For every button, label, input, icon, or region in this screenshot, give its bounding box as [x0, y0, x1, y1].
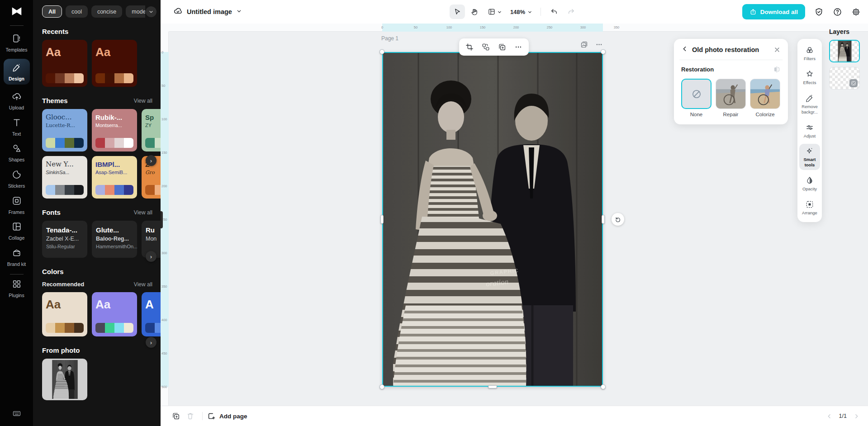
from-photo-card[interactable] — [42, 359, 87, 400]
fonts-next-button[interactable]: › — [146, 251, 157, 262]
delete-page-button[interactable] — [183, 409, 198, 423]
colors-next-button[interactable]: › — [146, 337, 157, 348]
close-icon[interactable] — [773, 46, 781, 53]
chip-modern[interactable]: modern — [126, 5, 145, 18]
theme-card[interactable]: Sp ZY — [142, 109, 161, 151]
color-palette-card[interactable]: Aa — [92, 292, 137, 336]
resize-handle-top-left[interactable] — [379, 49, 384, 54]
sidebar-item-stickers[interactable]: Stickers — [2, 170, 31, 189]
from-photo-heading: From photo — [42, 346, 80, 354]
recent-palette-card[interactable]: Aa — [42, 40, 87, 87]
sidebar-item-text[interactable]: Text — [2, 118, 31, 137]
sidebar-item-plugins[interactable]: Plugins — [2, 279, 31, 298]
horizontal-ruler: 0 50 100 150 200 250 300 350 — [161, 24, 868, 32]
tool-opacity[interactable]: Opacity — [799, 173, 820, 194]
sidebar-item-templates[interactable]: Templates — [2, 33, 31, 53]
toolbar-divider — [541, 8, 541, 16]
resize-handle-left[interactable] — [380, 215, 384, 224]
rotate-handle[interactable] — [612, 213, 624, 226]
zoom-level-control[interactable]: 148% — [508, 9, 535, 15]
settings-gear-icon[interactable] — [851, 7, 861, 17]
canvas-size-button[interactable] — [484, 5, 506, 19]
crop-button[interactable] — [462, 40, 477, 54]
brand-kit-icon — [12, 248, 22, 260]
color-palette-card[interactable]: Aa — [42, 292, 87, 336]
title-chevron-down-icon[interactable] — [236, 8, 242, 16]
sidebar-item-brand-kit[interactable]: Brand kit — [2, 248, 31, 267]
add-page-button[interactable]: Add page — [207, 412, 247, 421]
themes-view-all[interactable]: View all — [134, 98, 152, 104]
canvas-image[interactable] — [382, 52, 603, 387]
resize-handle-top-right[interactable] — [601, 49, 606, 54]
resize-handle-right[interactable] — [602, 215, 605, 224]
tool-filters[interactable]: Filters — [799, 43, 820, 64]
download-all-button[interactable]: Download all — [742, 4, 805, 19]
privacy-shield-icon[interactable] — [814, 7, 824, 17]
palette-swatches — [145, 323, 161, 333]
replace-button[interactable] — [478, 40, 493, 54]
restoration-option-colorize[interactable]: Colorize — [750, 79, 780, 117]
next-page-icon[interactable] — [853, 413, 860, 420]
keyboard-shortcuts-icon[interactable] — [12, 409, 21, 420]
recent-palette-card[interactable]: Aa — [92, 40, 137, 87]
select-tool-button[interactable] — [450, 5, 465, 19]
chip-cool[interactable]: cool — [66, 5, 88, 18]
theme-card[interactable]: Glooc... Lucette-R... — [42, 109, 87, 151]
undo-button[interactable] — [546, 5, 562, 19]
copy-page-as-image-icon[interactable] — [580, 41, 588, 48]
layers-heading: Layers — [829, 28, 868, 35]
theme-card[interactable]: New Y... SinkinSa... — [42, 156, 87, 199]
back-icon[interactable] — [681, 45, 688, 54]
chips-expand-button[interactable] — [146, 6, 157, 17]
document-title[interactable]: Untitled image — [187, 8, 232, 15]
themes-next-button[interactable]: › — [146, 155, 157, 166]
sidebar-item-frames[interactable]: Frames — [2, 196, 31, 215]
sidebar-item-upload[interactable]: Upload — [2, 91, 31, 111]
tool-remove-background[interactable]: Remove backgr... — [799, 91, 820, 117]
panel-collapse-handle[interactable] — [161, 211, 163, 228]
sidebar-item-collage[interactable]: Collage — [2, 222, 31, 241]
top-bar: Untitled image 148% — [161, 0, 868, 24]
app-logo-icon[interactable] — [10, 5, 24, 20]
tool-adjust[interactable]: Adjust — [799, 120, 820, 141]
hand-tool-button[interactable] — [467, 5, 482, 19]
chip-concise[interactable]: concise — [91, 5, 122, 18]
page-more-options-icon[interactable] — [595, 41, 603, 48]
restoration-option-none[interactable]: None — [681, 79, 711, 117]
restoration-option-repair[interactable]: Repair — [716, 79, 746, 117]
restoration-options: None Repair Colorize — [681, 79, 781, 117]
help-icon[interactable] — [833, 7, 842, 17]
chip-all[interactable]: All — [42, 5, 62, 18]
theme-card[interactable]: IBMPl... Asap-SemiB... — [92, 156, 137, 199]
resize-handle-bottom-left[interactable] — [379, 384, 384, 389]
bottom-bar: Add page 1/1 — [161, 406, 868, 426]
tool-effects[interactable]: Effects — [799, 67, 820, 88]
themes-row-1: Glooc... Lucette-R... Rubik-... Montserr… — [42, 109, 161, 151]
redo-button[interactable] — [564, 5, 579, 19]
color-palette-card[interactable]: A — [142, 292, 161, 336]
theme-card[interactable]: Rubik-... Montserra... — [92, 109, 137, 151]
design-icon — [12, 62, 22, 74]
resize-handle-bottom[interactable] — [488, 385, 497, 388]
layer-item-photo[interactable] — [829, 40, 860, 62]
compare-icon[interactable] — [773, 66, 781, 73]
cloud-saved-icon — [173, 6, 183, 18]
fonts-view-all[interactable]: View all — [134, 209, 152, 216]
more-options-button[interactable] — [511, 40, 526, 54]
colors-view-all[interactable]: View all — [134, 281, 152, 288]
frames-icon — [12, 196, 22, 208]
duplicate-button[interactable] — [494, 40, 510, 54]
tool-arrange[interactable]: Arrange — [799, 197, 820, 218]
duplicate-page-button[interactable] — [169, 409, 183, 423]
recommended-heading: Recommended — [42, 281, 84, 288]
style-chip-row: All cool concise modern — [42, 5, 145, 18]
layer-item-background[interactable] — [829, 67, 860, 90]
font-card[interactable]: Tenada-... Zacbel X-E... Stilu-Regular — [42, 221, 87, 258]
sidebar-item-design[interactable]: Design — [4, 59, 30, 85]
palette-swatches — [95, 323, 133, 333]
sidebar-item-shapes[interactable]: Shapes — [2, 143, 31, 163]
font-card[interactable]: Glute... Baloo-Reg... HammersmithOn... — [92, 221, 137, 258]
previous-page-icon[interactable] — [826, 413, 833, 420]
tool-smart-tools[interactable]: Smart tools — [799, 144, 820, 170]
resize-handle-bottom-right[interactable] — [601, 384, 606, 389]
